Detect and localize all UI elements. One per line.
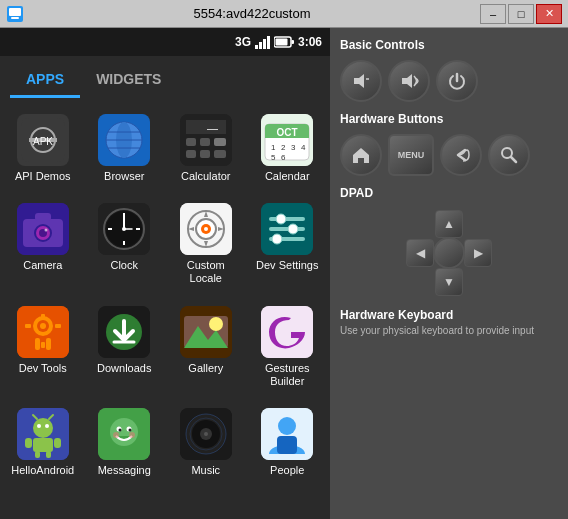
svg-point-112 <box>278 417 296 435</box>
minimize-button[interactable]: – <box>480 4 506 24</box>
tab-widgets[interactable]: WIDGETS <box>80 63 177 98</box>
svg-rect-74 <box>35 338 40 350</box>
app-name-downloads: Downloads <box>97 362 151 375</box>
network-type: 3G <box>235 35 251 49</box>
window-controls: – □ ✕ <box>480 4 562 24</box>
svg-rect-4 <box>291 40 294 44</box>
svg-point-87 <box>37 424 41 428</box>
svg-text:4: 4 <box>301 143 306 152</box>
dpad-center-button[interactable] <box>433 237 465 269</box>
android-screen: 3G 3:06 APPS WIDGETS <box>0 28 330 519</box>
downloads-icon <box>98 306 150 358</box>
maximize-button[interactable]: □ <box>508 4 534 24</box>
app-name-calendar: Calendar <box>265 170 310 183</box>
svg-marker-116 <box>402 74 412 88</box>
svg-point-100 <box>119 428 122 431</box>
svg-point-53 <box>122 227 126 231</box>
app-name-hello-android: HelloAndroid <box>11 464 74 477</box>
volume-up-button[interactable] <box>388 60 430 102</box>
svg-rect-22 <box>214 138 226 146</box>
app-name-gestures-builder: Gestures Builder <box>253 362 323 388</box>
volume-down-button[interactable] <box>340 60 382 102</box>
menu-label: MENU <box>398 150 425 160</box>
svg-rect-71 <box>55 324 61 328</box>
svg-rect-92 <box>25 438 32 448</box>
messaging-icon <box>98 408 150 460</box>
list-item[interactable]: Clock <box>86 195 164 293</box>
gestures-builder-icon <box>261 306 313 358</box>
title-bar: 5554:avd422custom – □ ✕ <box>0 0 568 28</box>
svg-point-101 <box>129 428 132 431</box>
svg-text:—: — <box>207 122 218 134</box>
svg-marker-114 <box>354 74 364 88</box>
close-button[interactable]: ✕ <box>536 4 562 24</box>
power-button[interactable] <box>436 60 478 102</box>
list-item[interactable]: People <box>249 400 327 485</box>
svg-rect-94 <box>35 451 40 458</box>
svg-text:5: 5 <box>271 153 276 162</box>
main-layout: 3G 3:06 APPS WIDGETS <box>0 28 568 519</box>
dpad-down-button[interactable]: ▼ <box>435 268 463 296</box>
svg-rect-113 <box>277 436 297 454</box>
svg-rect-95 <box>46 451 51 458</box>
dpad-up-button[interactable]: ▲ <box>435 210 463 238</box>
signal-icon <box>255 35 270 49</box>
app-name-api-demos: API Demos <box>15 170 71 183</box>
basic-controls-title: Basic Controls <box>340 38 558 52</box>
list-item[interactable]: Downloads <box>86 298 164 396</box>
calculator-icon: — <box>180 114 232 166</box>
dpad-title: DPAD <box>340 186 558 200</box>
app-icon <box>6 5 24 23</box>
dpad: ▲ ▼ ◀ ▶ <box>404 208 494 298</box>
app-name-calculator: Calculator <box>181 170 231 183</box>
list-item[interactable]: Music <box>167 400 245 485</box>
svg-rect-18 <box>186 120 226 134</box>
tabs-bar: APPS WIDGETS <box>0 56 330 98</box>
list-item[interactable]: Custom Locale <box>167 195 245 293</box>
list-item[interactable]: — Calculator <box>167 106 245 191</box>
custom-locale-icon <box>180 203 232 255</box>
svg-line-118 <box>511 157 516 162</box>
list-item[interactable]: Dev Settings <box>249 195 327 293</box>
dpad-container: ▲ ▼ ◀ ▶ <box>340 208 558 298</box>
svg-text:6: 6 <box>281 153 286 162</box>
svg-rect-25 <box>214 150 226 158</box>
camera-icon <box>17 203 69 255</box>
calendar-icon: OCT 1 2 3 4 5 6 <box>261 114 313 166</box>
dpad-left-button[interactable]: ◀ <box>406 239 434 267</box>
list-item[interactable]: Gestures Builder <box>249 298 327 396</box>
back-button[interactable] <box>440 134 482 176</box>
hardware-buttons-title: Hardware Buttons <box>340 112 558 126</box>
svg-rect-91 <box>33 438 53 452</box>
right-panel: Basic Controls <box>330 28 568 519</box>
list-item[interactable]: APK API Demos <box>4 106 82 191</box>
app-grid: APK API Demos <box>0 98 330 519</box>
list-item[interactable]: Dev Tools <box>4 298 82 396</box>
svg-rect-68 <box>41 314 45 320</box>
tab-apps[interactable]: APPS <box>10 63 80 98</box>
clock-icon <box>98 203 150 255</box>
list-item[interactable]: Gallery <box>167 298 245 396</box>
app-name-people: People <box>270 464 304 477</box>
clock-time: 3:06 <box>298 35 322 49</box>
window-title: 5554:avd422custom <box>193 6 310 21</box>
svg-point-86 <box>33 418 53 438</box>
list-item[interactable]: OCT 1 2 3 4 5 6 Calendar <box>249 106 327 191</box>
dpad-right-button[interactable]: ▶ <box>464 239 492 267</box>
svg-point-97 <box>110 418 138 446</box>
list-item[interactable]: Browser <box>86 106 164 191</box>
search-button[interactable] <box>488 134 530 176</box>
svg-text:3: 3 <box>291 143 296 152</box>
list-item[interactable]: HelloAndroid <box>4 400 82 485</box>
svg-rect-2 <box>11 17 19 19</box>
list-item[interactable]: Messaging <box>86 400 164 485</box>
app-name-browser: Browser <box>104 170 144 183</box>
list-item[interactable]: Camera <box>4 195 82 293</box>
music-icon <box>180 408 232 460</box>
svg-point-88 <box>45 424 49 428</box>
svg-rect-39 <box>35 213 51 221</box>
menu-button[interactable]: MENU <box>388 134 434 176</box>
home-button[interactable] <box>340 134 382 176</box>
app-grid-inner: APK API Demos <box>4 106 326 485</box>
hardware-buttons-row: MENU <box>340 134 558 176</box>
